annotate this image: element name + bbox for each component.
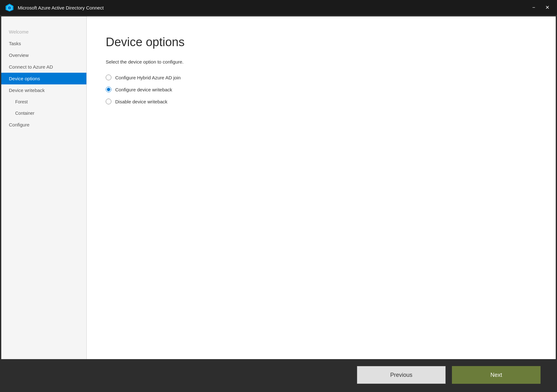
sidebar-item-device-writeback[interactable]: Device writeback (1, 84, 86, 96)
close-button[interactable]: ✕ (543, 4, 552, 11)
radio-disable-writeback[interactable] (106, 99, 111, 104)
window-controls: − ✕ (530, 4, 552, 11)
radio-option-disable-writeback[interactable]: Disable device writeback (106, 99, 537, 104)
page-title: Device options (106, 35, 537, 49)
page-subtitle: Select the device option to configure. (106, 59, 537, 64)
sidebar-item-overview[interactable]: Overview (1, 49, 86, 61)
sidebar-item-connect-azure-ad[interactable]: Connect to Azure AD (1, 61, 86, 73)
radio-option-device-writeback[interactable]: Configure device writeback (106, 87, 537, 92)
minimize-button[interactable]: − (530, 4, 538, 11)
sidebar: Welcome Tasks Overview Connect to Azure … (1, 16, 87, 359)
main-window: Welcome Tasks Overview Connect to Azure … (1, 16, 556, 391)
sidebar-item-configure[interactable]: Configure (1, 119, 86, 131)
main-panel: Device options Select the device option … (87, 16, 556, 359)
radio-hybrid-join[interactable] (106, 75, 111, 80)
title-bar: Microsoft Azure Active Directory Connect… (0, 0, 557, 15)
sidebar-item-container[interactable]: Container (1, 107, 86, 119)
app-logo-icon (5, 3, 14, 12)
radio-hybrid-join-label: Configure Hybrid Azure AD join (115, 75, 181, 80)
radio-device-writeback-label: Configure device writeback (115, 87, 172, 92)
sidebar-item-device-options[interactable]: Device options (1, 73, 86, 84)
content-area: Welcome Tasks Overview Connect to Azure … (1, 16, 556, 359)
next-button[interactable]: Next (452, 366, 541, 384)
radio-group: Configure Hybrid Azure AD join Configure… (106, 75, 537, 104)
radio-device-writeback[interactable] (106, 87, 111, 92)
footer-bar: Previous Next (1, 359, 556, 391)
sidebar-item-tasks[interactable]: Tasks (1, 38, 86, 49)
window-title: Microsoft Azure Active Directory Connect (18, 5, 530, 10)
sidebar-item-welcome: Welcome (1, 26, 86, 38)
sidebar-item-forest[interactable]: Forest (1, 96, 86, 107)
radio-option-hybrid-join[interactable]: Configure Hybrid Azure AD join (106, 75, 537, 80)
radio-disable-writeback-label: Disable device writeback (115, 99, 167, 104)
previous-button[interactable]: Previous (357, 366, 446, 384)
